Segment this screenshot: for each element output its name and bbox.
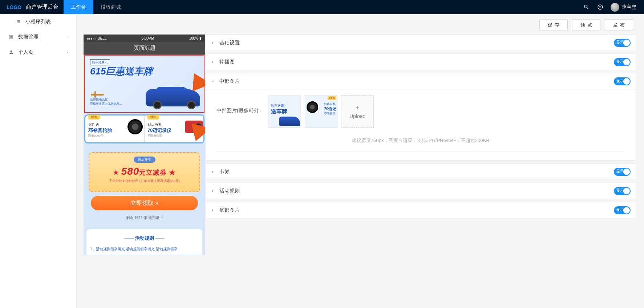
preview-button[interactable]: 预览: [572, 19, 600, 31]
sidebar-label: 数据管理: [18, 34, 39, 40]
settings-column: 基础设置 显示 轮播图 显示 中部图片 显示: [205, 35, 644, 221]
username[interactable]: 薛宝坚: [621, 4, 644, 11]
avatar[interactable]: [611, 3, 619, 12]
toggle-base[interactable]: 显示: [614, 39, 631, 47]
action-row: 保存 预览 发布: [76, 14, 644, 35]
phone-page-title: 页面标题: [84, 42, 205, 54]
divider: [216, 151, 625, 151]
acc-bottom-img: 底部图片 显示: [205, 202, 636, 218]
plus-icon: +: [356, 104, 360, 112]
chevron-right-icon: [211, 170, 216, 174]
acc-head-bottom-img[interactable]: 底部图片 显示: [206, 202, 636, 218]
middle-img-label: 中部图片(最多9张)：: [216, 95, 263, 114]
user-icon: [9, 50, 15, 55]
search-icon[interactable]: [582, 3, 590, 11]
preview-gifts[interactable]: 1重礼 买即送 邓禄普轮胎 限量5000份 2重礼 到店有礼 70迈记录仪 不限…: [84, 114, 204, 143]
save-button[interactable]: 保存: [539, 19, 568, 31]
toggle-carousel[interactable]: 显示: [614, 58, 631, 66]
sidebar-item-profile[interactable]: 个人页: [0, 45, 76, 60]
banner-title: 615巨惠送车牌: [90, 65, 153, 78]
content: 保存 预览 发布 BELL 6:00PM 100% ▮ 页面标题 购车送豪礼: [76, 14, 644, 308]
toggle-rules[interactable]: 显示: [614, 187, 631, 195]
logo: LOGO: [0, 4, 26, 10]
acc-rules: 活动规则 显示: [205, 183, 636, 199]
phone-statusbar: BELL 6:00PM 100% ▮: [84, 35, 205, 42]
toggle-middle-img[interactable]: 显示: [614, 77, 631, 85]
tire-icon: [127, 119, 143, 134]
publish-button[interactable]: 发布: [605, 19, 633, 31]
data-icon: [9, 35, 15, 40]
nav-templates[interactable]: 模板商城: [93, 0, 128, 14]
upload-button[interactable]: + Upload: [341, 95, 374, 128]
toggle-card[interactable]: 显示: [614, 168, 631, 176]
acc-base: 基础设置 显示: [205, 35, 636, 51]
thumb-1[interactable]: 购车送豪礼送车牌: [268, 95, 301, 128]
list-icon: [16, 19, 22, 24]
car-illustration: [140, 80, 202, 109]
help-icon[interactable]: [596, 3, 604, 11]
acc-head-rules[interactable]: 活动规则 显示: [206, 183, 636, 199]
nav-workbench[interactable]: 工作台: [64, 0, 93, 14]
chevron-right-icon: [211, 189, 216, 193]
sidebar-label: 小程序列表: [25, 19, 51, 25]
sidebar-item-data-mgmt[interactable]: 数据管理: [0, 29, 76, 45]
toggle-bottom-img[interactable]: 显示: [614, 206, 631, 214]
thumb-2[interactable]: 2重礼 到店有礼70迈记不限量供: [305, 95, 337, 128]
get-coupon-button[interactable]: 立即领取 »: [91, 196, 198, 210]
chevron-down-icon: [211, 79, 216, 84]
chevron-down-icon: [66, 35, 69, 39]
phone-preview: BELL 6:00PM 100% ▮ 页面标题 购车送豪礼 615巨惠送车牌 欢…: [76, 35, 205, 255]
acc-head-base[interactable]: 基础设置 显示: [206, 35, 636, 50]
chevron-right-icon: [211, 60, 216, 64]
coupon-remain: 剩余 1642 张 领完即止: [84, 214, 205, 226]
chevron-down-icon: [66, 50, 69, 54]
acc-middle-img: 中部图片 显示 中部图片(最多9张)： 购车送豪礼送车牌: [205, 73, 636, 161]
acc-head-carousel[interactable]: 轮播图 显示: [206, 54, 636, 70]
sidebar-item-miniprogram-list[interactable]: 小程序列表: [0, 14, 76, 29]
preview-coupon: 到店专享 ★ 580元立减券 ★ 下单付款支付时使用 (订单金额上可再优惠580…: [89, 152, 200, 192]
banner-tag: 购车送豪礼: [90, 59, 110, 65]
upload-tip: 建议宽度750px，高度自适应，支持JPG/PNG/GIF，不超过200KB: [216, 137, 625, 144]
acc-card: 卡券 显示: [205, 163, 636, 180]
acc-head-card[interactable]: 卡券 显示: [206, 164, 636, 179]
banner-sub: 欢迎现场试驾 获取更多店内优惠信息…: [90, 98, 122, 106]
acc-head-middle-img[interactable]: 中部图片 显示: [206, 73, 636, 89]
acc-carousel: 轮播图 显示: [205, 54, 636, 70]
plane-illustration: [91, 91, 105, 98]
brand-title: 商户管理后台: [26, 4, 64, 11]
chevron-right-icon: [211, 208, 216, 212]
topbar: LOGO 商户管理后台 工作台 模板商城 薛宝坚: [0, 0, 644, 14]
preview-rules: 活动规则 1、活动规则假字填充.活动规则假字填充.活动规则假字: [86, 229, 202, 255]
chevron-right-icon: [211, 41, 216, 45]
preview-banner[interactable]: 购车送豪礼 615巨惠送车牌 欢迎现场试驾 获取更多店内优惠信息…: [84, 55, 204, 113]
recorder-icon: [185, 121, 203, 133]
sidebar-label: 个人页: [18, 49, 33, 56]
sidebar: 小程序列表 数据管理 个人页: [0, 14, 76, 308]
